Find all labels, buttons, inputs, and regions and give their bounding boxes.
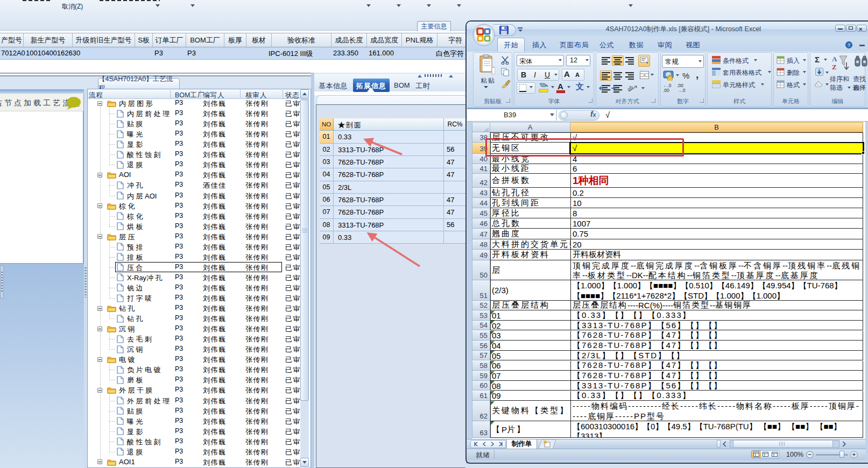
svg-text:?: ? bbox=[848, 42, 850, 48]
svg-text:A: A bbox=[832, 55, 837, 63]
svg-text:ab: ab bbox=[627, 83, 634, 92]
svg-text:Z: Z bbox=[832, 63, 837, 71]
